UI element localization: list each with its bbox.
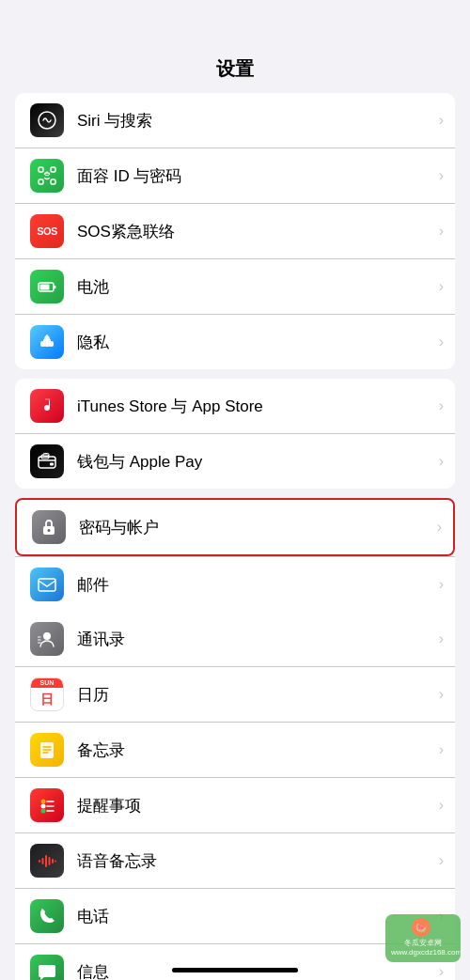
sidebar-item-sos[interactable]: SOS SOS紧急联络 › [15, 204, 455, 259]
itunes-icon [37, 396, 57, 416]
reminders-label: 提醒事项 [77, 795, 431, 817]
itunes-chevron: › [439, 397, 444, 414]
sidebar-item-privacy[interactable]: 隐私 › [15, 315, 455, 369]
phone-icon-wrapper [30, 899, 64, 933]
sidebar-item-passwords[interactable]: 密码与帐户 › [17, 500, 453, 554]
svg-rect-22 [39, 579, 55, 591]
svg-point-33 [41, 809, 46, 814]
voicememos-icon [37, 850, 57, 871]
phone-label: 电话 [77, 906, 431, 927]
watermark-text: 冬瓜安卓网 [391, 939, 455, 948]
svg-rect-15 [46, 337, 48, 347]
siri-icon [37, 110, 57, 131]
svg-point-5 [45, 175, 47, 177]
battery-icon-wrapper [30, 270, 64, 303]
svg-rect-13 [43, 339, 45, 347]
svg-point-21 [48, 529, 51, 532]
wallet-icon-wrapper [30, 444, 64, 478]
wallet-label: 钱包与 Apple Pay [77, 451, 431, 473]
itunes-icon-wrapper [30, 389, 64, 423]
contacts-icon-wrapper [30, 622, 64, 656]
svg-rect-14 [49, 339, 51, 347]
phone-icon [37, 906, 57, 926]
siri-chevron: › [439, 112, 444, 129]
settings-section-1: Siri 与搜索 › 面容 ID 与密码 › [15, 93, 455, 369]
sos-chevron: › [439, 223, 444, 240]
section3-inner: 密码与帐户 › 邮件 › [15, 498, 455, 980]
mail-icon-wrapper [30, 568, 64, 601]
settings-section-3: 密码与帐户 › 邮件 › [15, 498, 455, 980]
reminders-icon-wrapper [30, 788, 64, 822]
page-container: 设置 Siri 与搜索 › [0, 0, 470, 980]
mail-label: 邮件 [77, 574, 431, 596]
passwords-label: 密码与帐户 [79, 517, 430, 538]
battery-icon [37, 276, 57, 297]
mail-icon [37, 574, 57, 595]
sidebar-item-siri[interactable]: Siri 与搜索 › [15, 93, 455, 148]
svg-rect-37 [39, 860, 40, 863]
wallet-icon [37, 451, 57, 472]
passwords-icon [39, 517, 59, 537]
privacy-icon [37, 332, 57, 352]
faceid-icon [37, 165, 57, 186]
sos-text-icon: SOS [37, 226, 57, 237]
battery-label: 电池 [77, 276, 431, 298]
siri-label: Siri 与搜索 [77, 110, 431, 132]
svg-rect-40 [49, 857, 51, 865]
svg-point-32 [41, 804, 46, 809]
svg-rect-3 [39, 179, 43, 184]
svg-rect-1 [39, 167, 43, 172]
svg-point-23 [43, 632, 51, 640]
itunes-label: iTunes Store 与 App Store [77, 396, 431, 417]
svg-point-31 [41, 800, 46, 804]
svg-rect-2 [51, 167, 55, 172]
svg-rect-42 [55, 861, 56, 863]
watermark: 🍉 冬瓜安卓网 www.dgxcdz168.com [385, 914, 461, 961]
svg-point-6 [47, 175, 49, 177]
passwords-icon-wrapper [32, 510, 66, 544]
sidebar-item-calendar[interactable]: SUN 日 日历 › [15, 667, 455, 723]
privacy-label: 隐私 [77, 332, 431, 353]
sidebar-item-battery[interactable]: 电池 › [15, 259, 455, 315]
voicememos-icon-wrapper [30, 844, 64, 878]
notes-label: 备忘录 [77, 739, 431, 761]
contacts-chevron: › [439, 630, 444, 647]
siri-icon-wrapper [30, 103, 64, 137]
faceid-label: 面容 ID 与密码 [77, 165, 431, 187]
passwords-highlight-box: 密码与帐户 › [15, 498, 455, 556]
reminders-chevron: › [439, 797, 444, 814]
watermark-url: www.dgxcdz168.com [391, 948, 455, 957]
svg-rect-41 [52, 859, 54, 863]
contacts-icon [37, 629, 57, 649]
sidebar-item-faceid[interactable]: 面容 ID 与密码 › [15, 148, 455, 204]
home-indicator [172, 968, 298, 972]
notes-chevron: › [439, 741, 444, 758]
calendar-label: 日历 [77, 684, 431, 706]
sidebar-item-reminders[interactable]: 提醒事项 › [15, 778, 455, 833]
sidebar-item-notes[interactable]: 备忘录 › [15, 723, 455, 778]
sidebar-item-itunes[interactable]: iTunes Store 与 App Store › [15, 379, 455, 434]
page-header: 设置 [0, 0, 470, 93]
sidebar-item-voicememos[interactable]: 语音备忘录 › [15, 833, 455, 889]
privacy-icon-wrapper [30, 325, 64, 359]
mail-chevron: › [439, 576, 444, 593]
sidebar-item-mail[interactable]: 邮件 › [15, 557, 455, 612]
page-title: 设置 [216, 58, 254, 79]
notes-icon-wrapper [30, 733, 64, 767]
svg-rect-39 [45, 855, 47, 867]
messages-icon [37, 961, 57, 980]
passwords-chevron: › [437, 519, 442, 536]
sos-label: SOS紧急联络 [77, 221, 431, 242]
svg-rect-17 [50, 463, 54, 466]
sos-icon-wrapper: SOS [30, 214, 64, 248]
notes-icon [37, 739, 57, 760]
faceid-chevron: › [439, 167, 444, 184]
reminders-icon [37, 795, 57, 816]
messages-chevron: › [439, 963, 444, 980]
svg-rect-4 [51, 179, 55, 184]
svg-rect-10 [40, 285, 50, 290]
svg-rect-38 [42, 858, 44, 864]
sidebar-item-wallet[interactable]: 钱包与 Apple Pay › [15, 434, 455, 489]
sidebar-item-contacts[interactable]: 通讯录 › [15, 612, 455, 667]
contacts-label: 通讯录 [77, 629, 431, 650]
